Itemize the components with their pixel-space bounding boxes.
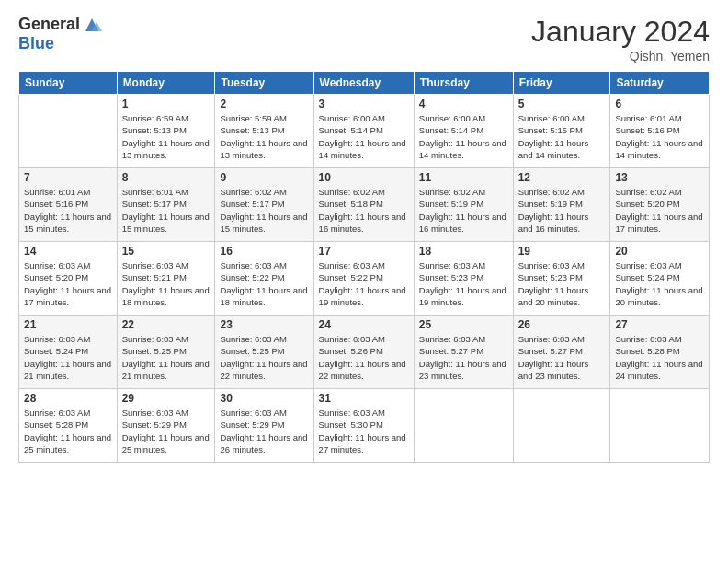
location: Qishn, Yemen bbox=[531, 49, 710, 63]
calendar-cell: 29Sunrise: 6:03 AMSunset: 5:29 PMDayligh… bbox=[117, 389, 215, 463]
day-number: 23 bbox=[220, 318, 308, 331]
calendar-cell: 22Sunrise: 6:03 AMSunset: 5:25 PMDayligh… bbox=[117, 316, 215, 389]
day-info: Sunrise: 6:03 AMSunset: 5:24 PMDaylight:… bbox=[24, 333, 112, 382]
column-header-tuesday: Tuesday bbox=[215, 72, 313, 95]
day-number: 18 bbox=[419, 245, 508, 258]
day-number: 17 bbox=[319, 245, 409, 258]
logo-general-text: General bbox=[18, 16, 80, 34]
day-info: Sunrise: 6:02 AMSunset: 5:20 PMDaylight:… bbox=[615, 186, 704, 235]
calendar-header-row: SundayMondayTuesdayWednesdayThursdayFrid… bbox=[19, 72, 710, 95]
day-info: Sunrise: 6:01 AMSunset: 5:16 PMDaylight:… bbox=[615, 112, 704, 161]
day-number: 31 bbox=[319, 392, 409, 405]
header: General Blue January 2024 Qishn, Yemen bbox=[18, 15, 710, 63]
day-info: Sunrise: 6:03 AMSunset: 5:28 PMDaylight:… bbox=[615, 333, 704, 382]
day-number: 24 bbox=[319, 318, 409, 331]
logo-blue-text: Blue bbox=[18, 35, 102, 53]
calendar-cell: 6Sunrise: 6:01 AMSunset: 5:16 PMDaylight… bbox=[610, 95, 710, 168]
calendar-cell bbox=[19, 95, 118, 168]
day-info: Sunrise: 6:03 AMSunset: 5:28 PMDaylight:… bbox=[24, 407, 112, 455]
calendar-cell: 4Sunrise: 6:00 AMSunset: 5:14 PMDaylight… bbox=[414, 95, 513, 168]
day-number: 19 bbox=[518, 245, 606, 258]
day-info: Sunrise: 6:03 AMSunset: 5:24 PMDaylight:… bbox=[615, 259, 704, 308]
day-info: Sunrise: 6:03 AMSunset: 5:26 PMDaylight:… bbox=[319, 333, 409, 382]
day-info: Sunrise: 6:03 AMSunset: 5:30 PMDaylight:… bbox=[319, 407, 409, 455]
day-number: 28 bbox=[24, 392, 112, 405]
day-number: 2 bbox=[220, 98, 308, 110]
calendar-week-row: 7Sunrise: 6:01 AMSunset: 5:16 PMDaylight… bbox=[19, 168, 710, 242]
page: General Blue January 2024 Qishn, Yemen S… bbox=[0, 0, 728, 563]
calendar-cell: 13Sunrise: 6:02 AMSunset: 5:20 PMDayligh… bbox=[610, 168, 710, 242]
day-info: Sunrise: 6:03 AMSunset: 5:23 PMDaylight:… bbox=[518, 259, 606, 308]
day-info: Sunrise: 6:03 AMSunset: 5:20 PMDaylight:… bbox=[24, 259, 112, 308]
day-info: Sunrise: 6:02 AMSunset: 5:19 PMDaylight:… bbox=[518, 186, 606, 235]
day-info: Sunrise: 6:03 AMSunset: 5:22 PMDaylight:… bbox=[220, 259, 308, 308]
day-info: Sunrise: 6:03 AMSunset: 5:29 PMDaylight:… bbox=[220, 407, 308, 455]
calendar-cell: 3Sunrise: 6:00 AMSunset: 5:14 PMDaylight… bbox=[313, 95, 414, 168]
calendar-cell: 19Sunrise: 6:03 AMSunset: 5:23 PMDayligh… bbox=[513, 242, 610, 316]
calendar-cell: 12Sunrise: 6:02 AMSunset: 5:19 PMDayligh… bbox=[513, 168, 610, 242]
day-info: Sunrise: 6:00 AMSunset: 5:14 PMDaylight:… bbox=[419, 112, 508, 161]
day-info: Sunrise: 6:02 AMSunset: 5:18 PMDaylight:… bbox=[319, 186, 409, 235]
day-number: 20 bbox=[615, 245, 704, 258]
day-number: 26 bbox=[518, 318, 606, 331]
calendar-cell: 16Sunrise: 6:03 AMSunset: 5:22 PMDayligh… bbox=[215, 242, 313, 316]
day-info: Sunrise: 6:03 AMSunset: 5:23 PMDaylight:… bbox=[419, 259, 508, 308]
calendar-cell: 25Sunrise: 6:03 AMSunset: 5:27 PMDayligh… bbox=[414, 316, 513, 389]
day-info: Sunrise: 6:03 AMSunset: 5:27 PMDaylight:… bbox=[518, 333, 606, 382]
calendar-cell: 11Sunrise: 6:02 AMSunset: 5:19 PMDayligh… bbox=[414, 168, 513, 242]
day-number: 4 bbox=[419, 98, 508, 110]
calendar-week-row: 14Sunrise: 6:03 AMSunset: 5:20 PMDayligh… bbox=[19, 242, 710, 316]
day-info: Sunrise: 6:03 AMSunset: 5:22 PMDaylight:… bbox=[319, 259, 409, 308]
day-info: Sunrise: 6:01 AMSunset: 5:17 PMDaylight:… bbox=[122, 186, 210, 235]
column-header-saturday: Saturday bbox=[610, 72, 710, 95]
calendar-cell: 2Sunrise: 5:59 AMSunset: 5:13 PMDaylight… bbox=[215, 95, 313, 168]
day-info: Sunrise: 6:03 AMSunset: 5:29 PMDaylight:… bbox=[122, 407, 210, 455]
calendar-cell: 10Sunrise: 6:02 AMSunset: 5:18 PMDayligh… bbox=[313, 168, 414, 242]
calendar-week-row: 1Sunrise: 6:59 AMSunset: 5:13 PMDaylight… bbox=[19, 95, 710, 168]
day-number: 1 bbox=[122, 98, 210, 110]
day-number: 16 bbox=[220, 245, 308, 258]
day-info: Sunrise: 6:02 AMSunset: 5:17 PMDaylight:… bbox=[220, 186, 308, 235]
logo: General Blue bbox=[18, 15, 102, 53]
day-number: 15 bbox=[122, 245, 210, 258]
day-number: 25 bbox=[419, 318, 508, 331]
calendar-cell: 18Sunrise: 6:03 AMSunset: 5:23 PMDayligh… bbox=[414, 242, 513, 316]
column-header-monday: Monday bbox=[117, 72, 215, 95]
day-number: 14 bbox=[24, 245, 112, 258]
day-number: 12 bbox=[518, 171, 606, 184]
day-info: Sunrise: 6:00 AMSunset: 5:15 PMDaylight:… bbox=[518, 112, 606, 161]
day-number: 7 bbox=[24, 171, 112, 184]
calendar-cell: 30Sunrise: 6:03 AMSunset: 5:29 PMDayligh… bbox=[215, 389, 313, 463]
day-info: Sunrise: 6:59 AMSunset: 5:13 PMDaylight:… bbox=[122, 112, 210, 161]
calendar-week-row: 21Sunrise: 6:03 AMSunset: 5:24 PMDayligh… bbox=[19, 316, 710, 389]
day-number: 10 bbox=[319, 171, 409, 184]
day-number: 3 bbox=[319, 98, 409, 110]
day-info: Sunrise: 6:02 AMSunset: 5:19 PMDaylight:… bbox=[419, 186, 508, 235]
calendar-cell bbox=[414, 389, 513, 463]
day-number: 30 bbox=[220, 392, 308, 405]
column-header-thursday: Thursday bbox=[414, 72, 513, 95]
day-info: Sunrise: 6:01 AMSunset: 5:16 PMDaylight:… bbox=[24, 186, 112, 235]
day-number: 6 bbox=[615, 98, 704, 110]
column-header-wednesday: Wednesday bbox=[313, 72, 414, 95]
calendar-week-row: 28Sunrise: 6:03 AMSunset: 5:28 PMDayligh… bbox=[19, 389, 710, 463]
day-number: 5 bbox=[518, 98, 606, 110]
day-info: Sunrise: 6:03 AMSunset: 5:25 PMDaylight:… bbox=[220, 333, 308, 382]
month-title: January 2024 bbox=[531, 15, 710, 49]
calendar-cell: 26Sunrise: 6:03 AMSunset: 5:27 PMDayligh… bbox=[513, 316, 610, 389]
calendar-body: 1Sunrise: 6:59 AMSunset: 5:13 PMDaylight… bbox=[19, 95, 710, 463]
day-number: 9 bbox=[220, 171, 308, 184]
day-number: 21 bbox=[24, 318, 112, 331]
calendar-cell: 24Sunrise: 6:03 AMSunset: 5:26 PMDayligh… bbox=[313, 316, 414, 389]
calendar-cell: 21Sunrise: 6:03 AMSunset: 5:24 PMDayligh… bbox=[19, 316, 118, 389]
calendar-cell: 28Sunrise: 6:03 AMSunset: 5:28 PMDayligh… bbox=[19, 389, 118, 463]
calendar-cell: 17Sunrise: 6:03 AMSunset: 5:22 PMDayligh… bbox=[313, 242, 414, 316]
calendar-cell bbox=[513, 389, 610, 463]
calendar-cell: 15Sunrise: 6:03 AMSunset: 5:21 PMDayligh… bbox=[117, 242, 215, 316]
calendar-cell: 7Sunrise: 6:01 AMSunset: 5:16 PMDaylight… bbox=[19, 168, 118, 242]
calendar-cell: 9Sunrise: 6:02 AMSunset: 5:17 PMDaylight… bbox=[215, 168, 313, 242]
day-info: Sunrise: 6:03 AMSunset: 5:27 PMDaylight:… bbox=[419, 333, 508, 382]
calendar-cell: 20Sunrise: 6:03 AMSunset: 5:24 PMDayligh… bbox=[610, 242, 710, 316]
day-info: Sunrise: 6:03 AMSunset: 5:25 PMDaylight:… bbox=[122, 333, 210, 382]
calendar-cell: 1Sunrise: 6:59 AMSunset: 5:13 PMDaylight… bbox=[117, 95, 215, 168]
